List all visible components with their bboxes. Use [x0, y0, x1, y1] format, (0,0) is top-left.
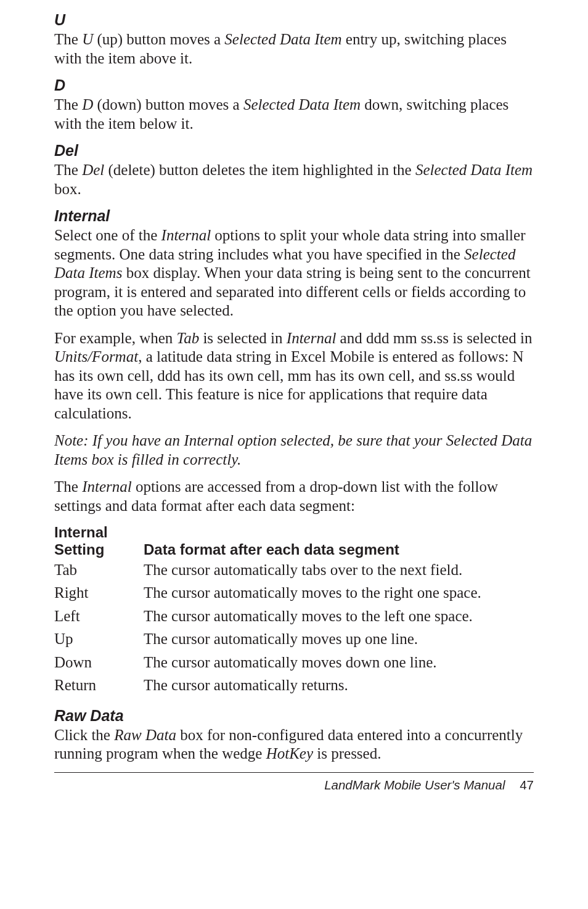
table-header-col2: Data format after each data segment — [144, 524, 534, 558]
table-row: Tab The cursor automatically tabs over t… — [54, 558, 534, 582]
table-row: Left The cursor automatically moves to t… — [54, 605, 534, 628]
section-internal-heading: Internal — [54, 207, 534, 225]
table-header-row: Internal Setting Data format after each … — [54, 524, 534, 558]
table-cell-key: Right — [54, 581, 144, 605]
section-internal-leadout: The Internal options are accessed from a… — [54, 478, 534, 515]
table-cell-key: Down — [54, 651, 144, 674]
section-rawdata-heading: Raw Data — [54, 707, 534, 725]
section-u-heading: U — [54, 11, 534, 29]
table-row: Right The cursor automatically moves to … — [54, 581, 534, 605]
table-cell-val: The cursor automatically returns. — [144, 674, 534, 697]
table-row: Down The cursor automatically moves down… — [54, 651, 534, 674]
table-cell-val: The cursor automatically moves down one … — [144, 651, 534, 674]
section-internal-note: Note: If you have an Internal option sel… — [54, 431, 534, 469]
footer-page-number: 47 — [520, 778, 534, 792]
section-d-body: The D (down) button moves a Selected Dat… — [54, 96, 534, 133]
section-del-body: The Del (delete) button deletes the item… — [54, 161, 534, 198]
section-del-heading: Del — [54, 142, 534, 160]
table-cell-key: Left — [54, 605, 144, 628]
section-internal-intro: Select one of the Internal options to sp… — [54, 226, 534, 320]
table-row: Up The cursor automatically moves up one… — [54, 627, 534, 651]
table-cell-val: The cursor automatically moves up one li… — [144, 627, 534, 651]
table-cell-key: Up — [54, 627, 144, 651]
section-d-heading: D — [54, 76, 534, 94]
table-header-col1-line1: Internal — [54, 524, 108, 540]
table-header-col1-line2: Setting — [54, 541, 104, 558]
footer-divider — [54, 772, 534, 773]
section-internal-example: For example, when Tab is selected in Int… — [54, 329, 534, 423]
table-cell-val: The cursor automatically moves to the ri… — [144, 581, 534, 605]
section-u-body: The U (up) button moves a Selected Data … — [54, 30, 534, 68]
page: U The U (up) button moves a Selected Dat… — [0, 0, 588, 909]
table-cell-val: The cursor automatically tabs over to th… — [144, 558, 534, 582]
section-rawdata-body: Click the Raw Data box for non-configure… — [54, 726, 534, 764]
table-row: Return The cursor automatically returns. — [54, 674, 534, 697]
table-cell-key: Tab — [54, 558, 144, 582]
internal-settings-table: Internal Setting Data format after each … — [54, 524, 534, 697]
table-header-col1: Internal Setting — [54, 524, 144, 558]
table-cell-val: The cursor automatically moves to the le… — [144, 605, 534, 628]
page-footer: LandMark Mobile User's Manual 47 — [54, 778, 534, 793]
footer-title: LandMark Mobile User's Manual — [324, 778, 505, 792]
table-cell-key: Return — [54, 674, 144, 697]
